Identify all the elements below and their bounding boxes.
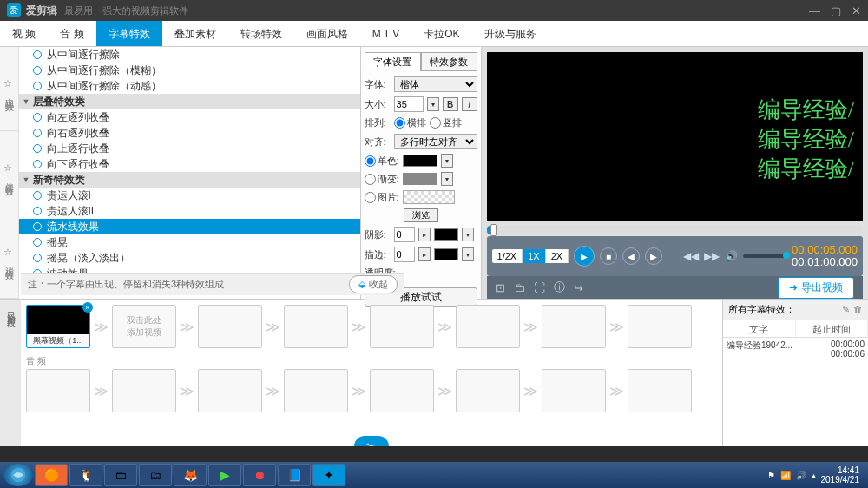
color-solid-radio[interactable] <box>365 155 376 167</box>
fx-item[interactable]: 从中间逐行擦除（模糊） <box>19 63 360 78</box>
minimize-icon[interactable]: — <box>809 4 820 17</box>
fx-item[interactable]: 摇晃 <box>19 234 360 250</box>
info-icon[interactable]: ⓘ <box>554 280 565 295</box>
subtitle-list-item[interactable]: 编导经验19042... 00:00:0000:00:06 <box>723 338 868 360</box>
browse-button[interactable]: 浏览 <box>404 208 438 222</box>
clip-slot[interactable] <box>542 305 606 348</box>
clip-slot[interactable] <box>628 305 692 348</box>
audio-slot[interactable] <box>456 369 520 412</box>
taskbar-icon[interactable]: 🦊 <box>174 464 207 486</box>
shadow-input[interactable] <box>394 227 415 242</box>
play-button[interactable]: ▶ <box>574 246 595 267</box>
speed-half[interactable]: 1/2X <box>492 249 523 263</box>
audio-slot[interactable] <box>370 369 434 412</box>
audio-slot[interactable] <box>198 369 262 412</box>
clip-slot[interactable] <box>198 305 262 348</box>
taskbar-icon[interactable]: 🐧 <box>69 464 102 486</box>
color-image-radio[interactable] <box>365 192 376 203</box>
stroke-input[interactable] <box>394 247 415 262</box>
align-select[interactable]: 多行时左对齐 <box>394 134 477 149</box>
seek-bar[interactable] <box>487 226 863 234</box>
vtab-disappear[interactable]: ☆消失特效 <box>0 214 18 299</box>
fx-item[interactable]: 摇晃（淡入淡出） <box>19 250 360 266</box>
stop-button[interactable]: ■ <box>600 247 617 265</box>
gradient-swatch[interactable] <box>403 173 437 185</box>
maximize-icon[interactable]: ▢ <box>831 4 841 17</box>
arrange-h[interactable] <box>394 117 405 129</box>
fx-item[interactable]: 弹闪效果 <box>19 297 360 299</box>
collapse-button[interactable]: ⬙收起 <box>349 275 398 293</box>
prop-tab-fx[interactable]: 特效参数 <box>421 52 477 71</box>
tab-subtitle-fx[interactable]: 字幕特效 <box>96 21 162 46</box>
tray-more-icon[interactable]: ▴ <box>812 471 816 480</box>
audio-slot[interactable] <box>628 369 692 412</box>
fx-item[interactable]: 贵运人滚I <box>19 188 360 203</box>
fx-item[interactable]: 向上逐行收叠 <box>19 141 360 156</box>
bold-button[interactable]: B <box>443 97 458 111</box>
taskbar-icon[interactable]: 🗂 <box>139 464 172 486</box>
prev-frame-button[interactable]: ◀ <box>622 247 640 265</box>
export-button[interactable]: ➜导出视频 <box>778 277 854 299</box>
fx-item[interactable]: 向下逐行收叠 <box>19 156 360 172</box>
vtab-stay[interactable]: ☆停留特效 <box>0 131 18 215</box>
fx-item[interactable]: 从中间逐行擦除（动感） <box>19 78 360 94</box>
clip-slot[interactable] <box>370 305 434 348</box>
tab-video[interactable]: 视 频 <box>0 21 48 46</box>
taskbar-icon[interactable]: 🗀 <box>104 464 137 486</box>
color-gradient-radio[interactable] <box>365 174 376 185</box>
next-frame-button[interactable]: ▶ <box>645 247 662 265</box>
audio-slot[interactable] <box>112 369 176 412</box>
share-icon[interactable]: ↪ <box>574 281 583 294</box>
rewind-icon[interactable]: ◀◀ <box>683 250 699 262</box>
fx-item[interactable]: 贵运人滚II <box>19 203 360 219</box>
start-button[interactable] <box>3 464 33 486</box>
color-swatch[interactable] <box>403 155 437 167</box>
delete-icon[interactable]: 🗑 <box>853 304 863 315</box>
cut-button[interactable]: ✂ <box>354 436 389 446</box>
vtab-appear[interactable]: ☆出现特效 <box>0 47 18 131</box>
speed-2x[interactable]: 2X <box>546 249 569 263</box>
fx-item[interactable]: 从中间逐行擦除 <box>19 47 360 63</box>
speed-1x[interactable]: 1X <box>523 249 545 263</box>
clip-remove-icon[interactable]: × <box>82 302 93 313</box>
taskbar-icon[interactable]: 📘 <box>278 464 311 486</box>
volume-icon[interactable]: 🔊 <box>725 250 738 262</box>
add-clip-slot[interactable]: 双击此处 添加视频 <box>112 305 176 348</box>
taskbar-clock[interactable]: 14:41 2019/4/21 <box>821 465 860 485</box>
fullscreen-icon[interactable]: ⛶ <box>534 281 545 294</box>
tray-volume-icon[interactable]: 🔊 <box>796 471 806 480</box>
audio-slot[interactable] <box>26 369 90 412</box>
fx-item[interactable]: 向左逐列收叠 <box>19 109 360 125</box>
tab-style[interactable]: 画面风格 <box>294 21 360 46</box>
shadow-color[interactable] <box>434 228 458 241</box>
prop-tab-font[interactable]: 字体设置 <box>365 52 421 71</box>
taskbar-icon[interactable]: ✦ <box>312 464 345 486</box>
taskbar-icon[interactable]: 🟠 <box>35 464 68 486</box>
volume-slider[interactable] <box>743 254 786 258</box>
size-spin[interactable]: ▾ <box>427 97 439 111</box>
tab-mtv[interactable]: M T V <box>360 21 412 46</box>
tab-overlay[interactable]: 叠加素材 <box>162 21 228 46</box>
clip-slot[interactable] <box>284 305 348 348</box>
edit-icon[interactable]: ✎ <box>842 304 850 315</box>
clip-thumbnail[interactable]: × 黑幕视频（1... <box>26 305 90 348</box>
fx-item[interactable]: 向右逐列收叠 <box>19 125 360 141</box>
size-input[interactable] <box>394 96 424 112</box>
snapshot-icon[interactable]: ⊡ <box>496 281 505 294</box>
color-drop[interactable]: ▾ <box>441 154 453 168</box>
folder-icon[interactable]: 🗀 <box>514 281 525 294</box>
close-icon[interactable]: ✕ <box>852 4 861 17</box>
fx-category[interactable]: ▼层叠特效类 <box>19 94 360 109</box>
tab-audio[interactable]: 音 频 <box>48 21 95 46</box>
forward-icon[interactable]: ▶▶ <box>704 250 720 262</box>
tab-karaoke[interactable]: 卡拉OK <box>411 21 471 46</box>
audio-slot[interactable] <box>542 369 606 412</box>
audio-slot[interactable] <box>284 369 348 412</box>
stroke-color[interactable] <box>434 248 458 260</box>
taskbar-icon[interactable]: ⏺ <box>243 464 276 486</box>
font-select[interactable]: 楷体 <box>394 76 477 92</box>
taskbar-icon[interactable]: ▶ <box>208 464 241 486</box>
arrange-v[interactable] <box>430 117 441 129</box>
italic-button[interactable]: I <box>462 97 477 111</box>
clip-slot[interactable] <box>456 305 520 348</box>
